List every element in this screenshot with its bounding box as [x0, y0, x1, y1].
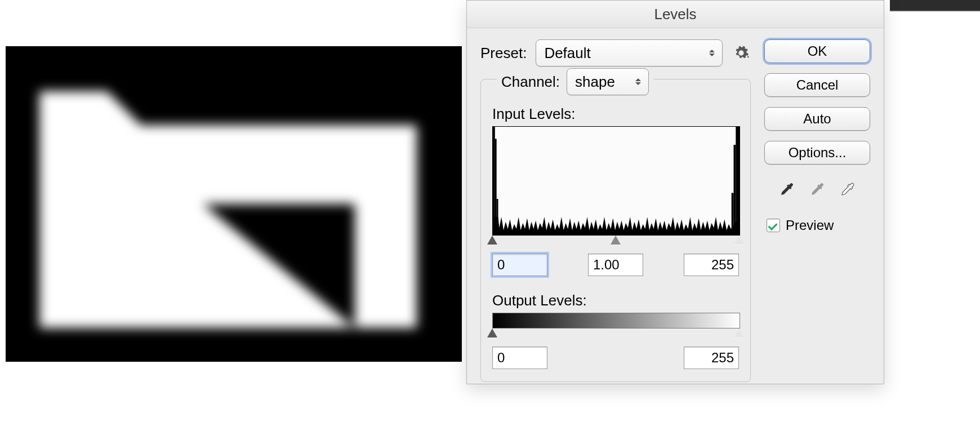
- output-gradient[interactable]: [492, 313, 740, 329]
- menubar-fragment: [890, 0, 980, 11]
- channel-label: Channel:: [501, 73, 560, 91]
- output-white-handle[interactable]: [734, 329, 744, 338]
- input-slider-track[interactable]: [492, 236, 739, 248]
- preset-label: Preset:: [480, 45, 527, 62]
- sample-gray-point[interactable]: [807, 179, 827, 199]
- input-black-handle[interactable]: [487, 236, 497, 245]
- output-slider-track[interactable]: [492, 329, 739, 341]
- input-black-field[interactable]: [492, 254, 547, 276]
- gear-icon: [733, 45, 749, 61]
- dialog-title: Levels: [467, 1, 884, 28]
- updown-caret-icon: [634, 78, 643, 85]
- svg-rect-6: [734, 145, 736, 235]
- options-button[interactable]: Options...: [764, 141, 870, 165]
- canvas-preview: [6, 46, 462, 362]
- input-gamma-field[interactable]: [588, 254, 643, 276]
- sample-black-point[interactable]: [777, 179, 797, 199]
- output-black-handle[interactable]: [487, 329, 497, 338]
- preset-select[interactable]: Default: [536, 39, 723, 66]
- input-white-handle[interactable]: [734, 236, 744, 245]
- ok-button[interactable]: OK: [764, 39, 870, 63]
- levels-dialog: Levels Preset: Default: [466, 0, 884, 384]
- output-levels-label: Output Levels:: [492, 292, 739, 309]
- updown-caret-icon: [707, 50, 716, 56]
- preset-menu-button[interactable]: [732, 43, 751, 63]
- channel-fieldset: Channel: shape Input Levels:: [480, 79, 751, 382]
- auto-button[interactable]: Auto: [764, 107, 870, 131]
- input-gamma-handle[interactable]: [611, 236, 621, 245]
- sample-white-point[interactable]: [838, 179, 858, 199]
- eyedropper-gray-icon: [809, 181, 826, 198]
- channel-select-value: shape: [575, 73, 615, 91]
- svg-marker-1: [747, 56, 750, 59]
- preview-checkbox[interactable]: [767, 219, 780, 232]
- histogram[interactable]: [492, 126, 740, 236]
- output-black-field[interactable]: [492, 347, 547, 369]
- output-white-field[interactable]: [684, 347, 739, 369]
- input-levels-label: Input Levels:: [492, 105, 739, 123]
- input-white-field[interactable]: [684, 254, 739, 276]
- eyedropper-white-icon: [839, 181, 856, 198]
- preset-select-value: Default: [544, 45, 590, 62]
- eyedropper-black-icon: [778, 181, 795, 198]
- cancel-button[interactable]: Cancel: [764, 73, 870, 97]
- channel-select[interactable]: shape: [567, 68, 649, 95]
- preview-label: Preview: [786, 218, 834, 233]
- mask-shape: [6, 46, 462, 362]
- histogram-svg: [493, 127, 740, 235]
